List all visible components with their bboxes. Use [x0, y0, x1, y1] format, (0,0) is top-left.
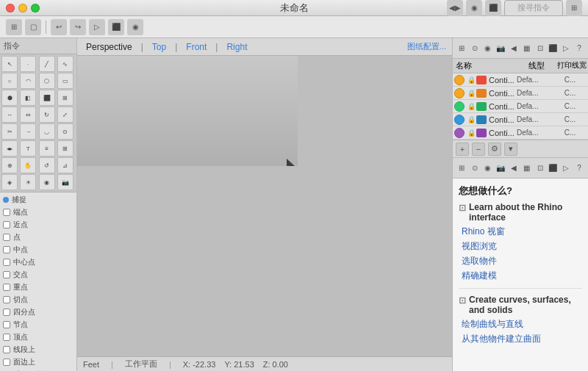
tool-render[interactable]: ◈ [1, 174, 18, 190]
tool-mirror[interactable]: ⇔ [20, 107, 36, 123]
help-link-from-obj[interactable]: 从其他物件建立曲面 [459, 333, 582, 345]
toolbar-btn-1[interactable]: ◀▶ [447, 0, 463, 16]
layer-vis-1[interactable] [454, 75, 465, 85]
search-input-title[interactable]: 搜寻指令 [504, 0, 563, 16]
layer-row[interactable]: 🔒 Conti... Defa... C... [453, 100, 588, 113]
snap-check-2[interactable] [3, 221, 10, 228]
layer-row[interactable]: 🔒 Conti... Defa... C... [453, 87, 588, 100]
help-link-rhino-view[interactable]: Rhino 视窗 [459, 226, 582, 238]
toolbar-btn-2[interactable]: ◉ [466, 0, 482, 16]
snap-toggle[interactable]: 捕捉 [3, 194, 74, 206]
snap-check-13[interactable] [3, 359, 10, 366]
play-icon[interactable]: ▷ [89, 19, 105, 35]
tool-text[interactable]: T [20, 140, 36, 156]
panel-icon-3[interactable]: ◉ [482, 41, 494, 56]
panel2-icon-3[interactable]: ◉ [482, 161, 494, 176]
stop-icon[interactable]: ⬛ [108, 19, 124, 35]
tool-camera[interactable]: 📷 [57, 174, 74, 190]
layer-vis-4[interactable] [454, 115, 465, 125]
snap-filter-4[interactable]: 中点 [3, 244, 74, 256]
viewport[interactable]: Perspective [77, 56, 452, 356]
panel2-icon-2[interactable]: ⊙ [469, 161, 481, 176]
layer-color-4[interactable] [476, 115, 487, 124]
snap-check-11[interactable] [3, 334, 10, 341]
layer-vis-2[interactable] [454, 88, 465, 98]
panel2-icon-6[interactable]: ▦ [521, 161, 533, 176]
layer-settings-button[interactable]: ⚙ [488, 143, 501, 156]
forward-icon[interactable]: ↪ [70, 19, 86, 35]
tool-select[interactable]: ↖ [1, 56, 18, 72]
panel2-icon-1[interactable]: ⊞ [456, 161, 467, 176]
panel-icon-2[interactable]: ⊙ [469, 41, 481, 56]
snap-check-9[interactable] [3, 309, 10, 316]
snap-filter-5[interactable]: 中心点 [3, 256, 74, 268]
tool-material[interactable]: ◉ [39, 174, 55, 190]
layer-row[interactable]: 🔒 Conti... Defa... C... [453, 126, 588, 140]
layer-vis-3[interactable] [454, 101, 465, 112]
command-bar[interactable]: 指令 [0, 38, 76, 54]
layer-row[interactable]: 🔒 Conti... Defa... C... [453, 73, 588, 87]
toolbar-btn-3[interactable]: ⬛ [485, 0, 501, 16]
panel-icon-10[interactable]: ? [573, 41, 585, 56]
panel2-icon-9[interactable]: ▷ [560, 161, 572, 176]
tool-hatch[interactable]: ≡ [39, 140, 55, 156]
panel2-icon-8[interactable]: ⬛ [548, 161, 559, 176]
layer-color-2[interactable] [476, 89, 487, 98]
remove-layer-button[interactable]: − [472, 143, 485, 156]
snap-check-1[interactable] [3, 209, 10, 216]
tool-fillet[interactable]: ◡ [39, 123, 55, 140]
tool-rotate[interactable]: ↻ [39, 107, 55, 123]
tool-transform[interactable]: ↔ [1, 107, 18, 123]
tool-zoom[interactable]: ⊕ [1, 157, 18, 173]
tool-line[interactable]: ╱ [39, 56, 55, 72]
panel2-icon-7[interactable]: ⊡ [534, 161, 546, 176]
tool-surface[interactable]: ◧ [20, 90, 36, 106]
layer-lock-3[interactable]: 🔒 [466, 101, 476, 112]
panel-icon-5[interactable]: ◀ [508, 41, 520, 56]
tool-rect[interactable]: ▭ [57, 73, 74, 89]
panel-icon-1[interactable]: ⊞ [456, 41, 467, 56]
tool-curve[interactable]: ∿ [57, 56, 74, 72]
layer-lock-2[interactable]: 🔒 [466, 88, 476, 98]
viewport-config[interactable]: 图纸配置... [407, 41, 446, 52]
snap-check-6[interactable] [3, 271, 10, 278]
add-layer-button[interactable]: + [456, 143, 469, 156]
tab-perspective[interactable]: Perspective [83, 42, 135, 52]
snap-filter-11[interactable]: 顶点 [3, 331, 74, 343]
panel2-icon-10[interactable]: ? [573, 161, 585, 176]
grid-icon[interactable]: ⊞ [6, 19, 22, 35]
help-primary-link-1[interactable]: ⊡ Learn about the Rhino interface [459, 202, 582, 223]
tool-block[interactable]: ⊞ [57, 140, 74, 156]
panel2-icon-4[interactable]: 📷 [495, 161, 506, 176]
layer-lock-1[interactable]: 🔒 [466, 75, 476, 85]
circle-icon[interactable]: ◉ [127, 19, 143, 35]
tool-offset[interactable]: ⊙ [57, 123, 74, 140]
layer-vis-5[interactable] [454, 128, 465, 138]
layer-lock-4[interactable]: 🔒 [466, 115, 476, 125]
box-icon[interactable]: ▢ [25, 19, 41, 35]
panel-icon-6[interactable]: ▦ [521, 41, 533, 56]
maximize-button[interactable] [31, 4, 40, 12]
snap-filter-8[interactable]: 切点 [3, 294, 74, 306]
snap-check-5[interactable] [3, 259, 10, 266]
tool-measure[interactable]: ⊿ [57, 157, 74, 173]
tool-extrude[interactable]: ⬢ [1, 90, 18, 106]
tool-extend[interactable]: → [20, 123, 36, 140]
panel-icon-7[interactable]: ⊡ [534, 41, 546, 56]
layer-dropdown-button[interactable]: ▾ [504, 143, 517, 156]
snap-check-10[interactable] [3, 321, 10, 328]
snap-filter-10[interactable]: 节点 [3, 319, 74, 331]
snap-check-7[interactable] [3, 284, 10, 291]
snap-check-4[interactable] [3, 246, 10, 253]
snap-filter-6[interactable]: 交点 [3, 269, 74, 281]
layer-color-5[interactable] [476, 129, 487, 137]
snap-filter-3[interactable]: 点 [3, 231, 74, 243]
snap-filter-1[interactable]: 端点 [3, 206, 74, 218]
tab-right[interactable]: Right [223, 42, 250, 52]
back-icon[interactable]: ↩ [51, 19, 67, 35]
layer-lock-5[interactable]: 🔒 [466, 128, 476, 138]
layer-status[interactable]: 工作平面 [125, 359, 157, 370]
panel-icon-9[interactable]: ▷ [560, 41, 572, 56]
tool-pan[interactable]: ✋ [20, 157, 36, 173]
snap-check-8[interactable] [3, 296, 10, 303]
